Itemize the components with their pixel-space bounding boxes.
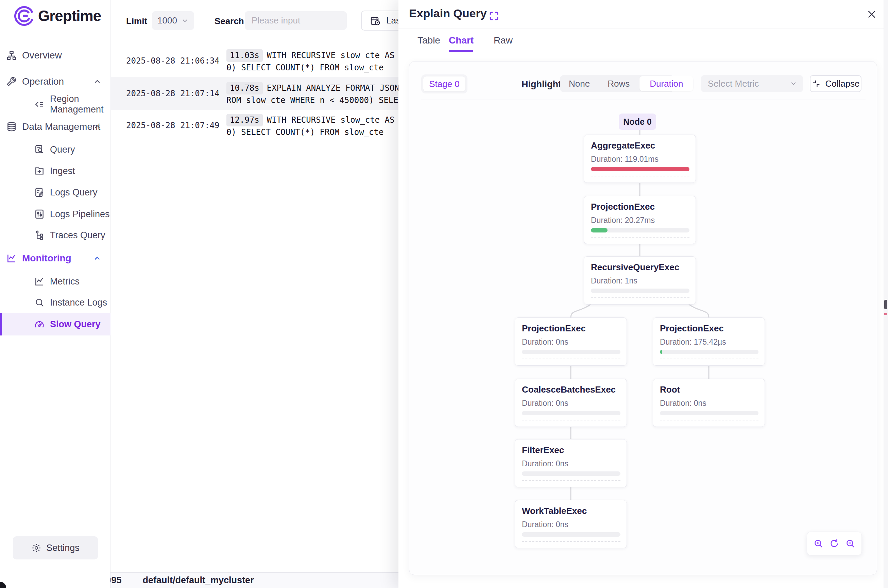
node-divider: [591, 297, 690, 298]
duration-bar-track: [660, 411, 759, 416]
traces-icon: [34, 230, 45, 241]
scrollbar[interactable]: [884, 0, 888, 588]
plan-node-filter-exec[interactable]: FilterExec Duration: 0ns: [515, 439, 627, 488]
gauge-icon: [34, 319, 45, 330]
plan-node-work-table-exec[interactable]: WorkTableExec Duration: 0ns: [515, 500, 627, 548]
zoom-out-icon[interactable]: [845, 538, 856, 549]
node-divider: [591, 176, 690, 176]
collapse-button[interactable]: Collapse: [810, 75, 861, 92]
highlight-option-rows[interactable]: Rows: [598, 78, 639, 89]
metric-select[interactable]: Select Metric: [701, 75, 803, 92]
search-input[interactable]: [245, 11, 347, 30]
fullscreen-icon[interactable]: [489, 10, 500, 21]
slow-query-row[interactable]: 2025-08-28 21:07:14 10.78sEXPLAIN ANALYZ…: [111, 77, 399, 110]
sidebar-item-logs-pipelines[interactable]: Logs Pipelines: [0, 203, 111, 225]
node-duration: Duration: 0ns: [522, 459, 568, 468]
node-title: RecursiveQueryExec: [591, 262, 679, 273]
duration-badge: 10.78s: [226, 82, 263, 94]
duration-badge: 12.97s: [226, 114, 263, 126]
sidebar-item-label: Overview: [22, 50, 62, 61]
chevron-up-icon[interactable]: [93, 254, 102, 263]
sidebar-item-label: Operation: [22, 76, 64, 87]
node-divider: [522, 541, 621, 542]
sidebar-item-traces-query[interactable]: Traces Query: [0, 224, 111, 246]
highlight-option-duration[interactable]: Duration: [639, 76, 693, 91]
plan-node-projection-exec-left[interactable]: ProjectionExec Duration: 0ns: [515, 318, 627, 366]
scrollbar-thumb[interactable]: [884, 300, 887, 309]
plan-node-root[interactable]: Root Duration: 0ns: [653, 379, 765, 427]
sidebar-item-monitoring[interactable]: Monitoring: [0, 248, 111, 269]
stage-tab[interactable]: Stage 0: [423, 76, 465, 92]
slow-query-row[interactable]: 2025-08-28 21:06:34 11.03sWITH RECURSIVE…: [111, 45, 399, 77]
query-line1: EXPLAIN ANALYZE FORMAT JSON WITH: [267, 83, 399, 93]
duration-bar-track: [660, 350, 759, 354]
chevron-up-icon[interactable]: [93, 77, 102, 86]
chevron-up-icon[interactable]: [93, 122, 102, 131]
settings-button[interactable]: Settings: [13, 536, 98, 560]
node-divider: [591, 237, 690, 238]
sidebar-item-overview[interactable]: Overview: [0, 45, 111, 66]
slow-query-page: Limit 1000 Search Last 2025-08-28 21:06:…: [111, 0, 399, 572]
duration-bar-track: [522, 471, 621, 476]
node-duration: Duration: 1ns: [591, 276, 638, 285]
sidebar-item-query[interactable]: Query: [0, 139, 111, 160]
collapse-icon: [812, 79, 821, 88]
sidebar-item-label: Ingest: [50, 166, 75, 176]
sidebar-item-ingest[interactable]: Ingest: [0, 160, 111, 182]
time-range-label: Last: [386, 15, 399, 26]
highlight-option-none[interactable]: None: [560, 78, 598, 89]
scrollbar-marker: [884, 313, 887, 315]
sidebar-item-region-management[interactable]: Region Management: [0, 93, 111, 115]
close-icon[interactable]: [866, 9, 877, 20]
logs-query-icon: [34, 187, 45, 198]
brand-logo[interactable]: Greptime: [14, 6, 101, 27]
sidebar-item-operation[interactable]: Operation: [0, 71, 111, 93]
calendar-clock-icon: [370, 15, 381, 26]
tab-table[interactable]: Table: [417, 35, 440, 46]
node-duration: Duration: 0ns: [660, 399, 706, 408]
highlight-segmented-control: None Rows Duration: [560, 75, 674, 92]
plan-node-coalesce-batches-exec[interactable]: CoalesceBatchesExec Duration: 0ns: [515, 379, 627, 427]
tab-chart[interactable]: Chart: [449, 35, 474, 46]
tab-raw[interactable]: Raw: [494, 35, 513, 46]
database-name: default/default_mycluster: [143, 575, 254, 586]
wrench-icon: [6, 76, 17, 87]
query-timestamp: 2025-08-28 21:07:14: [126, 89, 220, 98]
time-range-button[interactable]: Last: [361, 10, 399, 31]
plan-node-recursive-query-exec[interactable]: RecursiveQueryExec Duration: 1ns: [584, 256, 696, 304]
reset-view-icon[interactable]: [829, 538, 840, 549]
active-tab-indicator: [449, 50, 473, 52]
limit-select[interactable]: 1000: [152, 11, 194, 30]
duration-bar-track: [591, 167, 690, 171]
duration-bar-track: [591, 288, 690, 293]
node-title: CoalesceBatchesExec: [522, 384, 616, 395]
sidebar-item-label: Query: [50, 144, 75, 155]
sidebar: Greptime Overview Operation Region Manag…: [0, 0, 111, 588]
node-duration: Duration: 20.27ms: [591, 216, 655, 225]
sidebar-item-slow-query[interactable]: Slow Query: [0, 313, 111, 336]
search-label: Search: [214, 16, 244, 27]
zoom-in-icon[interactable]: [813, 538, 824, 549]
metrics-chart-icon: [34, 276, 45, 287]
query-line1: WITH RECURSIVE slow_cte AS (SELE: [267, 51, 399, 60]
plan-node-projection-exec-right[interactable]: ProjectionExec Duration: 175.42µs: [653, 318, 765, 366]
plan-node-projection-exec[interactable]: ProjectionExec Duration: 20.27ms: [584, 196, 696, 244]
query-line2: 0) SELECT COUNT(*) FROM slow_cte: [226, 128, 384, 137]
plan-node-aggregate-exec[interactable]: AggregateExec Duration: 119.01ms: [584, 135, 696, 183]
node-title: WorkTableExec: [522, 506, 587, 516]
sidebar-item-metrics[interactable]: Metrics: [0, 270, 111, 292]
node-divider: [522, 480, 621, 481]
region-icon: [34, 99, 45, 110]
sidebar-item-logs-query[interactable]: Logs Query: [0, 182, 111, 203]
node-divider: [660, 420, 759, 420]
duration-bar-track: [522, 411, 621, 416]
settings-label: Settings: [46, 543, 80, 554]
brand-name: Greptime: [38, 8, 101, 24]
query-text: 10.78sEXPLAIN ANALYZE FORMAT JSON WITH R…: [226, 82, 399, 106]
magnifier-icon: [34, 297, 45, 308]
node-title: Root: [660, 384, 680, 395]
sidebar-item-instance-logs[interactable]: Instance Logs: [0, 292, 111, 314]
sidebar-item-data-management[interactable]: Data Management: [0, 116, 111, 138]
slow-query-row[interactable]: 2025-08-28 21:07:49 12.97sWITH RECURSIVE…: [111, 110, 399, 141]
query-line2: 0) SELECT COUNT(*) FROM slow_cte: [226, 63, 384, 72]
